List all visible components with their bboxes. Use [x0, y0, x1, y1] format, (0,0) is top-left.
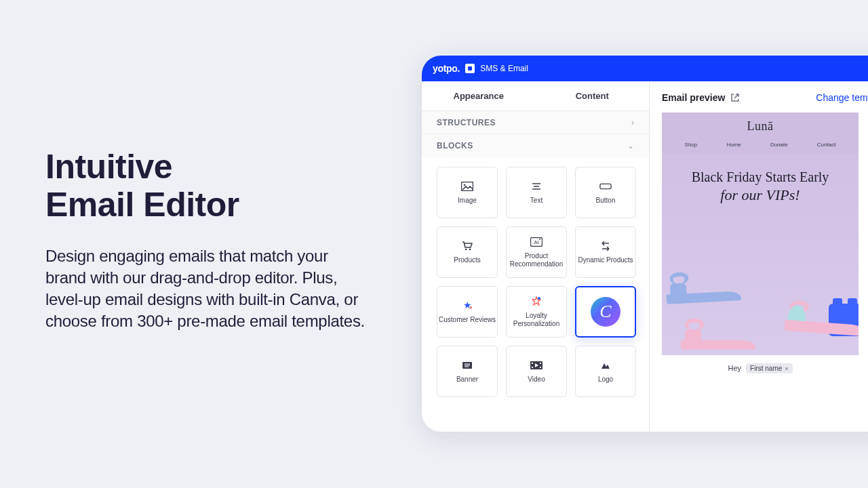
- svg-point-7: [469, 248, 471, 250]
- block-label: Loyalty Personalization: [508, 312, 565, 329]
- block-label: Banner: [456, 375, 478, 384]
- email-nav: Shop Home Donate Contact: [662, 142, 859, 148]
- email-nav-shop[interactable]: Shop: [685, 142, 698, 148]
- email-nav-home[interactable]: Home: [726, 142, 741, 148]
- block-label: Product Recommendation: [508, 252, 565, 269]
- section-structures-label: STRUCTURES: [437, 118, 496, 127]
- preview-title: Email preview: [662, 92, 740, 103]
- block-label: Logo: [598, 375, 613, 384]
- banner-icon: [461, 359, 473, 371]
- svg-point-1: [464, 184, 466, 186]
- video-icon: [530, 359, 542, 371]
- app-header: yotpo. SMS & Email: [422, 56, 868, 81]
- section-structures[interactable]: STRUCTURES ›: [422, 111, 649, 134]
- email-nav-donate[interactable]: Donate: [770, 142, 788, 148]
- external-link-icon[interactable]: [730, 93, 740, 102]
- block-products[interactable]: Products: [437, 226, 498, 278]
- block-button[interactable]: Button: [575, 167, 636, 218]
- editor-sidebar: Appearance Content STRUCTURES › BLOCKS ⌄…: [422, 81, 650, 432]
- svg-rect-17: [532, 363, 533, 364]
- block-banner[interactable]: Banner: [437, 346, 498, 397]
- svg-rect-18: [532, 367, 533, 368]
- token-remove-icon[interactable]: ×: [785, 365, 788, 372]
- hero-shoe-blue: [665, 266, 741, 304]
- svg-rect-20: [540, 367, 541, 368]
- svg-point-10: [539, 239, 540, 240]
- block-canva[interactable]: C: [575, 286, 636, 338]
- block-label: Image: [458, 197, 477, 205]
- block-label: Dynamic Products: [578, 256, 633, 265]
- loyalty-icon: [530, 296, 542, 308]
- merge-token-firstname[interactable]: First name×: [746, 363, 793, 373]
- section-blocks[interactable]: BLOCKS ⌄: [422, 134, 649, 157]
- brand-logo-icon: [465, 64, 475, 73]
- svg-rect-19: [540, 363, 541, 364]
- chevron-down-icon: ⌄: [627, 141, 634, 150]
- block-label: Products: [454, 256, 480, 265]
- chevron-right-icon: ›: [631, 118, 634, 127]
- block-label: Customer Reviews: [439, 316, 496, 325]
- logo-icon: [599, 359, 612, 371]
- block-video[interactable]: Video: [506, 346, 567, 397]
- tab-appearance[interactable]: Appearance: [422, 81, 536, 110]
- email-preview-frame: Lunā Shop Home Donate Contact Black Frid…: [662, 113, 859, 382]
- block-dynamic-products[interactable]: Dynamic Products: [575, 226, 636, 278]
- change-template-link[interactable]: Change template: [816, 92, 868, 103]
- marketing-heading: Intuitive Email Editor: [45, 148, 371, 224]
- button-icon: [599, 180, 612, 192]
- blocks-grid: Image Text Button: [422, 157, 649, 407]
- canva-icon: C: [591, 297, 620, 327]
- svg-rect-5: [600, 184, 611, 188]
- email-brand: Lunā: [662, 119, 859, 134]
- block-text[interactable]: Text: [506, 167, 567, 218]
- text-icon: [530, 180, 542, 192]
- dynamic-icon: [599, 240, 612, 252]
- block-logo[interactable]: Logo: [575, 346, 636, 397]
- block-label: Text: [530, 197, 542, 205]
- hero-line1: Black Friday Starts Early: [662, 169, 859, 185]
- hero-shoe-pink-left: [681, 316, 755, 350]
- image-icon: [461, 180, 473, 192]
- email-nav-contact[interactable]: Contact: [817, 142, 836, 148]
- brand-product: SMS & Email: [480, 64, 528, 73]
- section-blocks-label: BLOCKS: [437, 141, 473, 150]
- marketing-body: Design engaging emails that match your b…: [45, 245, 371, 332]
- email-greeting: Hey First name×: [662, 355, 859, 382]
- block-loyalty-personalization[interactable]: Loyalty Personalization: [506, 286, 567, 338]
- brand-name: yotpo.: [433, 63, 460, 74]
- email-hero: Black Friday Starts Early for our VIPs!: [662, 155, 859, 355]
- svg-text:AI: AI: [534, 239, 539, 245]
- preview-panel: Email preview Change template Lunā Shop …: [650, 81, 868, 432]
- block-label: Button: [596, 197, 616, 205]
- block-product-recommendation[interactable]: AI Product Recommendation: [506, 226, 567, 278]
- block-image[interactable]: Image: [437, 167, 498, 218]
- svg-point-6: [465, 248, 467, 250]
- hero-line2: for our VIPs!: [662, 186, 859, 204]
- cart-icon: [461, 240, 473, 252]
- app-window: yotpo. SMS & Email Appearance Content ST…: [422, 56, 868, 432]
- sidebar-tabs: Appearance Content: [422, 81, 649, 111]
- star-icon: ★★: [461, 300, 473, 312]
- ai-product-icon: AI: [530, 236, 542, 248]
- tab-content[interactable]: Content: [536, 81, 650, 110]
- block-customer-reviews[interactable]: ★★ Customer Reviews: [437, 286, 498, 338]
- svg-point-11: [538, 297, 540, 300]
- block-label: Video: [528, 375, 545, 384]
- hero-shoe-pink-right: [784, 297, 859, 336]
